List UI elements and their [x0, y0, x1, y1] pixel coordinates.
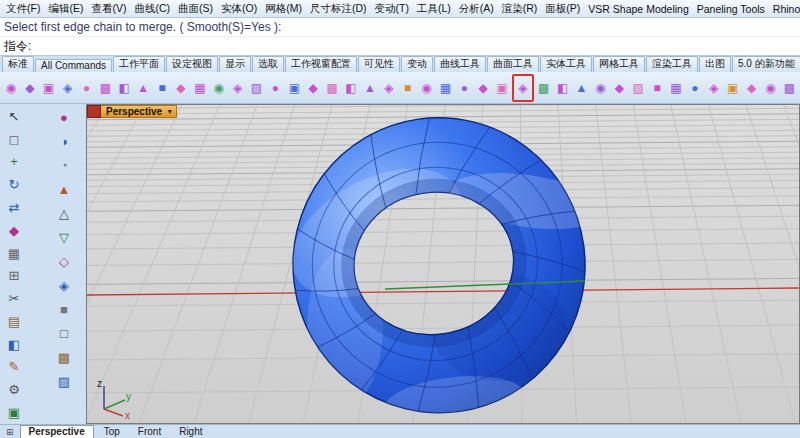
menu-item-12[interactable]: 面板(P) — [541, 1, 584, 17]
sidebar-icon-a4[interactable]: ⇄ — [1, 196, 27, 219]
toolbar-icon-27[interactable]: ◈ — [512, 74, 534, 102]
chevron-down-icon[interactable]: ▼ — [166, 108, 173, 115]
view-tab-perspective[interactable]: Perspective — [20, 425, 94, 438]
menu-item-7[interactable]: 尺寸标注(D) — [306, 1, 371, 17]
toolbar-icon-12[interactable]: ◈ — [229, 75, 247, 101]
toolbar-icon-13[interactable]: ▨ — [248, 75, 266, 101]
toolbar-icon-18[interactable]: ◧ — [342, 75, 360, 101]
toolbar-icon-0[interactable]: ◉ — [2, 75, 20, 101]
sidebar-icon-a13[interactable]: ▣ — [1, 401, 27, 424]
toolbar-icon-16[interactable]: ◆ — [304, 75, 322, 101]
toolbar-icon-29[interactable]: ◧ — [554, 75, 572, 101]
sidebar-icon-a7[interactable]: ⊞ — [1, 264, 27, 287]
toolbar-icon-8[interactable]: ■ — [153, 75, 171, 101]
sidebar-icon-b4[interactable]: △ — [51, 201, 77, 225]
toolbar-tab-15[interactable]: 5.0 的新功能 — [732, 56, 800, 72]
sidebar-icon-a8[interactable]: ✂ — [1, 287, 27, 310]
viewport-canvas[interactable] — [87, 105, 800, 424]
toolbar-icon-21[interactable]: ■ — [399, 75, 417, 101]
menu-item-13[interactable]: VSR Shape Modeling — [584, 2, 692, 16]
menu-item-4[interactable]: 曲面(S) — [174, 1, 217, 17]
command-prompt-input[interactable]: 指令: — [0, 36, 800, 55]
menu-item-3[interactable]: 曲线(C) — [130, 1, 174, 17]
sidebar-icon-b8[interactable]: ■ — [51, 297, 77, 321]
toolbar-tab-11[interactable]: 实体工具 — [540, 56, 592, 72]
toolbar-tab-3[interactable]: 设定视图 — [166, 56, 218, 72]
toolbar-tab-1[interactable]: All Commands — [35, 59, 112, 72]
toolbar-icon-37[interactable]: ◈ — [705, 75, 723, 101]
toolbar-icon-2[interactable]: ▣ — [40, 75, 58, 101]
toolbar-tab-0[interactable]: 标准 — [2, 56, 34, 72]
toolbar-icon-36[interactable]: ● — [686, 75, 704, 101]
toolbar-tab-14[interactable]: 出图 — [699, 56, 731, 72]
toolbar-tab-4[interactable]: 显示 — [219, 56, 251, 72]
menu-item-11[interactable]: 渲染(R) — [498, 1, 542, 17]
toolbar-icon-19[interactable]: ▲ — [361, 75, 379, 101]
sidebar-icon-a6[interactable]: ▦ — [1, 242, 27, 265]
toolbar-icon-6[interactable]: ◧ — [115, 75, 133, 101]
toolbar-icon-41[interactable]: ▩ — [780, 75, 798, 101]
toolbar-icon-20[interactable]: ◈ — [380, 75, 398, 101]
sidebar-icon-a0[interactable]: ↖ — [1, 105, 27, 128]
sidebar-icon-b7[interactable]: ◈ — [51, 273, 77, 297]
toolbar-icon-4[interactable]: ● — [78, 75, 96, 101]
sidebar-icon-a2[interactable]: + — [1, 151, 27, 174]
viewport-title[interactable]: Perspective ▼ — [87, 105, 177, 118]
menu-item-14[interactable]: Paneling Tools — [693, 2, 769, 16]
toolbar-tab-5[interactable]: 选取 — [252, 56, 284, 72]
sidebar-icon-a1[interactable]: ◻ — [1, 128, 27, 151]
sidebar-icon-b9[interactable]: □ — [51, 321, 77, 345]
toolbar-icon-25[interactable]: ◆ — [474, 75, 492, 101]
view-tab-top[interactable]: Top — [96, 426, 128, 438]
menu-item-6[interactable]: 网格(M) — [261, 1, 306, 17]
sidebar-icon-a12[interactable]: ⚙ — [1, 378, 27, 401]
toolbar-tab-6[interactable]: 工作视窗配置 — [285, 56, 357, 72]
menu-item-9[interactable]: 工具(L) — [413, 1, 455, 17]
toolbar-icon-40[interactable]: ◉ — [761, 75, 779, 101]
sidebar-icon-b3[interactable]: ▲ — [51, 177, 77, 201]
sidebar-icon-a9[interactable]: ▤ — [1, 310, 27, 333]
toolbar-icon-9[interactable]: ◆ — [172, 75, 190, 101]
toolbar-icon-14[interactable]: ● — [266, 75, 284, 101]
toolbar-icon-24[interactable]: ● — [455, 75, 473, 101]
menu-item-1[interactable]: 编辑(E) — [44, 1, 87, 17]
sidebar-icon-b5[interactable]: ▽ — [51, 225, 77, 249]
toolbar-icon-1[interactable]: ◆ — [21, 75, 39, 101]
sidebar-icon-b2[interactable]: ◔ — [51, 153, 77, 177]
menu-item-0[interactable]: 文件(F) — [2, 1, 44, 17]
toolbar-tab-2[interactable]: 工作平面 — [113, 56, 165, 72]
toolbar-icon-11[interactable]: ◉ — [210, 75, 228, 101]
menu-item-5[interactable]: 实体(O) — [217, 1, 261, 17]
toolbar-icon-5[interactable]: ▩ — [96, 75, 114, 101]
sidebar-icon-a10[interactable]: ◧ — [1, 333, 27, 356]
menu-item-10[interactable]: 分析(A) — [455, 1, 498, 17]
toolbar-tab-9[interactable]: 曲线工具 — [434, 56, 486, 72]
toolbar-tab-8[interactable]: 变动 — [401, 56, 433, 72]
toolbar-icon-15[interactable]: ▣ — [285, 75, 303, 101]
toolbar-icon-26[interactable]: ▣ — [493, 75, 511, 101]
viewport-record-icon[interactable] — [87, 105, 101, 118]
sidebar-icon-a5[interactable]: ◆ — [1, 219, 27, 242]
menu-item-2[interactable]: 查看(V) — [87, 1, 130, 17]
toolbar-icon-23[interactable]: ▦ — [436, 75, 454, 101]
toolbar-icon-17[interactable]: ▩ — [323, 75, 341, 101]
toolbar-icon-30[interactable]: ▲ — [573, 75, 591, 101]
toolbar-icon-7[interactable]: ▲ — [134, 75, 152, 101]
sidebar-icon-a3[interactable]: ↻ — [1, 173, 27, 196]
toolbar-icon-28[interactable]: ▩ — [535, 75, 553, 101]
toolbar-icon-33[interactable]: ▨ — [629, 75, 647, 101]
view-tab-right[interactable]: Right — [171, 426, 210, 438]
sidebar-icon-a11[interactable]: ✎ — [1, 356, 27, 379]
sidebar-icon-b0[interactable]: ● — [51, 105, 77, 129]
toolbar-tab-10[interactable]: 曲面工具 — [487, 56, 539, 72]
toolbar-tab-13[interactable]: 渲染工具 — [646, 56, 698, 72]
toolbar-icon-31[interactable]: ◉ — [591, 75, 609, 101]
toolbar-icon-39[interactable]: ◆ — [743, 75, 761, 101]
toolbar-icon-22[interactable]: ◉ — [418, 75, 436, 101]
toolbar-tab-7[interactable]: 可见性 — [358, 56, 400, 72]
toolbar-icon-35[interactable]: ▦ — [667, 75, 685, 101]
toolbar-icon-10[interactable]: ▦ — [191, 75, 209, 101]
menu-item-8[interactable]: 变动(T) — [371, 1, 413, 17]
view-tab-front[interactable]: Front — [130, 426, 169, 438]
sidebar-icon-b10[interactable]: ▩ — [51, 345, 77, 369]
